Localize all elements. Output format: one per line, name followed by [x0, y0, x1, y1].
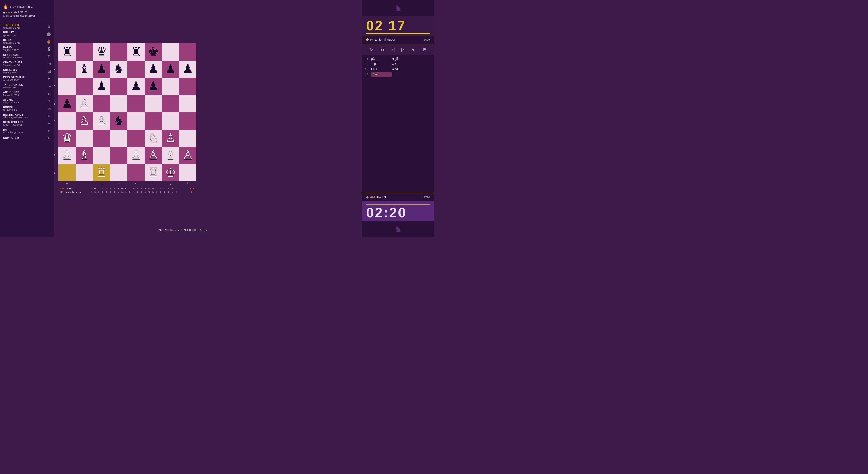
cell-0-5[interactable]: ♚	[145, 43, 162, 61]
cell-3-3[interactable]	[110, 95, 127, 112]
sidebar-label-rapid: RAPID	[3, 46, 19, 49]
prev-move-button[interactable]: ◁	[390, 46, 395, 53]
cell-2-1[interactable]	[76, 78, 93, 95]
cell-3-2[interactable]	[93, 95, 110, 112]
cell-4-6[interactable]	[162, 112, 179, 129]
cell-3-0[interactable]: ♟	[58, 95, 76, 112]
sidebar-item-atomic[interactable]: ATOMIC rainynites 2044 ⚛	[0, 97, 54, 105]
sidebar-item-ultrabullet[interactable]: ULTRABULLET KNIGHT-008 2051 ⇒	[0, 120, 54, 127]
cell-7-0[interactable]	[58, 164, 76, 181]
cell-2-6[interactable]	[162, 78, 179, 95]
cell-7-6[interactable]: ♔	[162, 164, 179, 181]
cell-1-4[interactable]	[127, 61, 145, 78]
cell-4-0[interactable]	[58, 112, 76, 129]
cell-2-2[interactable]: ♟	[93, 78, 110, 95]
cell-3-5[interactable]	[145, 95, 162, 112]
sidebar-item-blitz[interactable]: BLITZ GM AtalikS 2710 🔥	[0, 38, 54, 45]
sync-icon[interactable]: ↻	[369, 46, 374, 53]
sidebar-item-antichess[interactable]: ANTICHESS Farmable 2266 ⊛	[0, 90, 54, 97]
cell-3-6[interactable]	[162, 95, 179, 112]
cell-4-5[interactable]	[145, 112, 162, 129]
cell-4-4[interactable]	[127, 112, 145, 129]
sidebar-item-crazyhouse[interactable]: CRAZYHOUSE Tranquilizerr 2421 H	[0, 60, 54, 67]
cell-6-6[interactable]: ♗	[162, 147, 179, 164]
move-12-black[interactable]: O-O	[392, 62, 412, 66]
last-move-button[interactable]: ⏭	[410, 47, 417, 53]
cell-7-5[interactable]: ♖	[145, 164, 162, 181]
cell-1-1[interactable]: ♝	[76, 61, 93, 78]
sidebar-item-racing-kings[interactable]: RACING KINGS Zdzislaw_Pelowski 1930 ⚐	[0, 112, 54, 120]
s2-18: 0	[155, 191, 159, 193]
cell-5-7[interactable]	[179, 129, 196, 147]
move-13-white[interactable]: O-O	[371, 67, 392, 71]
move-14-white[interactable]: ♖ac1	[371, 72, 392, 77]
cell-2-3[interactable]	[110, 78, 127, 95]
cell-6-0[interactable]: ♙	[58, 147, 76, 164]
sidebar-item-classical[interactable]: CLASSICAL ketanrkhaire 2189 ⚙	[0, 53, 54, 60]
sidebar-item-rapid[interactable]: RAPID TK_KULE 2585 🐇	[0, 45, 54, 53]
cell-1-2[interactable]: ♟	[93, 61, 110, 78]
piece-black-1-6: ♟	[165, 63, 176, 75]
cell-1-3[interactable]: ♞	[110, 61, 127, 78]
sidebar-item-horde[interactable]: HORDE colidyre 1986 ⊞	[0, 105, 54, 112]
cell-2-0[interactable]	[58, 78, 76, 95]
move-13-black[interactable]: ♞e4	[392, 67, 412, 71]
cell-7-2[interactable]: ♖	[93, 164, 110, 181]
cell-5-3[interactable]	[110, 129, 127, 147]
cell-5-6[interactable]: ♙	[162, 129, 179, 147]
cell-0-7[interactable]	[179, 43, 196, 61]
cell-6-2[interactable]	[93, 147, 110, 164]
cell-6-1[interactable]: ♗	[76, 147, 93, 164]
cell-0-6[interactable]	[162, 43, 179, 61]
cell-2-4[interactable]: ♟	[127, 78, 145, 95]
cell-7-7[interactable]	[179, 164, 196, 181]
next-move-button[interactable]: ▷	[400, 46, 405, 53]
cell-6-4[interactable]: ♙	[127, 147, 145, 164]
cell-7-1[interactable]	[76, 164, 93, 181]
first-move-button[interactable]: ⏮	[379, 47, 385, 53]
move-num-12: 12	[365, 62, 371, 65]
cell-1-5[interactable]: ♟	[145, 61, 162, 78]
cell-5-5[interactable]: ♘	[145, 129, 162, 147]
move-controls: ↻ ⏮ ◁ ▷ ⏭ ⚑	[362, 44, 434, 55]
cell-2-5[interactable]: ♟	[145, 78, 162, 95]
piece-white-6-4: ♙	[130, 149, 142, 161]
move-12-white[interactable]: ♗g2	[371, 62, 392, 66]
cell-3-1[interactable]: ♙	[76, 95, 93, 112]
cell-7-3[interactable]	[110, 164, 127, 181]
cell-3-7[interactable]	[179, 95, 196, 112]
cell-2-7[interactable]	[179, 78, 196, 95]
cell-5-2[interactable]	[93, 129, 110, 147]
sidebar-item-computer[interactable]: COMPUTER ⚙	[0, 135, 54, 141]
cell-0-2[interactable]: ♛	[93, 43, 110, 61]
cell-6-3[interactable]	[110, 147, 127, 164]
cell-4-2[interactable]: ♙	[93, 112, 110, 129]
cell-3-4[interactable]	[127, 95, 145, 112]
move-11-white[interactable]: g3	[371, 57, 392, 61]
cell-4-7[interactable]	[179, 112, 196, 129]
cell-5-4[interactable]	[127, 129, 145, 147]
cell-0-4[interactable]: ♜	[127, 43, 145, 61]
cell-5-0[interactable]: ♛	[58, 129, 76, 147]
cell-6-7[interactable]: ♙	[179, 147, 196, 164]
sidebar-item-bot[interactable]: BOT BOT Cheng-4 2402 ⚙	[0, 127, 54, 135]
cell-4-3[interactable]: ♞	[110, 112, 127, 129]
sidebar-item-bullet[interactable]: BULLET tjychess 2963 ⬤	[0, 30, 54, 38]
cell-0-0[interactable]: ♜	[58, 43, 76, 61]
s2-13: 0	[136, 191, 139, 193]
cell-7-4[interactable]	[127, 164, 145, 181]
cell-4-1[interactable]: ♙	[76, 112, 93, 129]
cell-1-6[interactable]: ♟	[162, 61, 179, 78]
cell-0-1[interactable]	[76, 43, 93, 61]
move-11-black[interactable]: ♞g5	[392, 57, 412, 61]
sidebar-item-chess960[interactable]: CHESS960 hutgovy 1991 ⚄	[0, 67, 54, 75]
cell-1-7[interactable]: ♟	[179, 61, 196, 78]
cell-1-0[interactable]	[58, 61, 76, 78]
cell-5-1[interactable]	[76, 129, 93, 147]
sidebar-item-king-of-hill[interactable]: KING OF THE HILL cmartin91 1983 ⚑	[0, 75, 54, 83]
flag-icon[interactable]: ⚑	[422, 46, 427, 53]
cell-0-3[interactable]	[110, 43, 127, 61]
cell-6-5[interactable]: ♙	[145, 147, 162, 164]
sidebar-item-top-rated[interactable]: TOP RATED GM AtalikS 2710 ♛	[0, 23, 54, 30]
sidebar-item-three-check[interactable]: THREE-CHECK Leleilre 2234 ≡	[0, 83, 54, 90]
